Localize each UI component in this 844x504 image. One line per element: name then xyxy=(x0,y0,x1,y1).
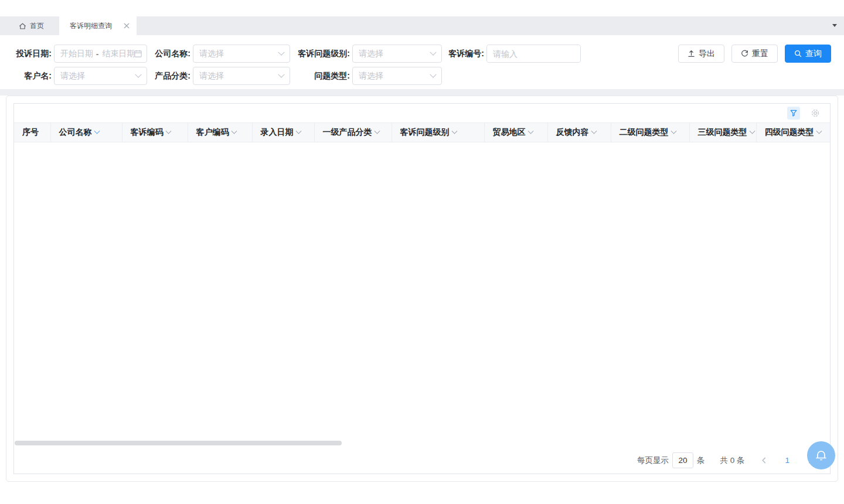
chevron-down-icon xyxy=(430,71,436,77)
table-toolbar xyxy=(14,104,830,122)
company-name-label: 公司名称: xyxy=(147,49,190,59)
column-header-issue-type-l2[interactable]: 二级问题类型 xyxy=(611,123,689,142)
reset-icon xyxy=(741,50,748,57)
table-empty-body xyxy=(14,142,830,447)
sort-caret[interactable] xyxy=(295,128,301,134)
per-page-label: 每页显示 xyxy=(637,455,669,466)
sort-caret[interactable] xyxy=(816,128,822,134)
product-category-select[interactable]: 请选择 xyxy=(193,67,290,85)
tab-overflow-caret[interactable] xyxy=(832,24,837,27)
chevron-down-icon xyxy=(278,71,284,77)
pagination-bar: 每页显示 条 共 0 条 1 xyxy=(14,447,830,474)
search-button[interactable]: 查询 xyxy=(785,45,831,63)
sort-caret[interactable] xyxy=(451,128,457,134)
table-container: 序号 公司名称 客诉编码 客户编码 录入日期 一级产品分类 客诉问题级别 贸易地… xyxy=(13,103,831,474)
prev-page-icon[interactable] xyxy=(761,457,767,464)
bell-icon xyxy=(814,448,828,462)
search-label: 查询 xyxy=(805,49,822,59)
notification-bell-button[interactable] xyxy=(807,441,835,469)
tab-active-label: 客诉明细查询 xyxy=(70,21,112,31)
sort-caret[interactable] xyxy=(94,128,100,134)
filter-row-1: 投诉日期: 开始日期 - 结束日期 公司名称: 请选择 客诉问题级别: 请选择 … xyxy=(0,45,831,63)
reset-button[interactable]: 重置 xyxy=(731,45,778,63)
company-name-select[interactable]: 请选择 xyxy=(193,45,290,63)
customer-name-select[interactable]: 请选择 xyxy=(54,67,147,85)
column-header-trade-region[interactable]: 贸易地区 xyxy=(484,123,547,142)
complaint-date-range-input[interactable]: 开始日期 - 结束日期 xyxy=(54,45,147,63)
sort-caret[interactable] xyxy=(165,128,171,134)
chevron-down-icon xyxy=(430,49,436,55)
date-range-separator: - xyxy=(96,49,99,59)
filter-panel: 投诉日期: 开始日期 - 结束日期 公司名称: 请选择 客诉问题级别: 请选择 … xyxy=(0,35,844,89)
issue-type-label: 问题类型: xyxy=(290,71,350,81)
sort-caret[interactable] xyxy=(374,128,380,134)
complaint-level-label: 客诉问题级别: xyxy=(290,49,350,59)
filter-row-2: 客户名: 请选择 产品分类: 请选择 问题类型: 请选择 xyxy=(0,67,831,85)
calendar-icon xyxy=(134,50,142,57)
page-gap-band xyxy=(0,89,844,96)
export-button[interactable]: 导出 xyxy=(678,45,724,63)
table-card: 序号 公司名称 客诉编码 客户编码 录入日期 一级产品分类 客诉问题级别 贸易地… xyxy=(6,96,838,482)
tab-home-label: 首页 xyxy=(30,21,44,31)
filter-icon[interactable] xyxy=(787,107,800,120)
close-icon[interactable] xyxy=(124,23,130,29)
table-header-wrap: 序号 公司名称 客诉编码 客户编码 录入日期 一级产品分类 客诉问题级别 贸易地… xyxy=(14,122,830,142)
column-header-product-category-l1[interactable]: 一级产品分类 xyxy=(314,123,392,142)
sort-caret[interactable] xyxy=(591,128,597,134)
column-header-company[interactable]: 公司名称 xyxy=(50,123,122,142)
column-header-complaint-code[interactable]: 客诉编码 xyxy=(122,123,188,142)
data-table: 序号 公司名称 客诉编码 客户编码 录入日期 一级产品分类 客诉问题级别 贸易地… xyxy=(14,122,830,142)
sort-caret[interactable] xyxy=(749,128,755,134)
gear-icon[interactable] xyxy=(809,107,822,120)
date-start-placeholder: 开始日期 xyxy=(60,49,93,59)
chevron-down-icon xyxy=(135,71,141,77)
complaint-level-select[interactable]: 请选择 xyxy=(352,45,442,63)
total-count-label: 共 0 条 xyxy=(720,455,744,466)
product-category-label: 产品分类: xyxy=(147,71,190,81)
complaint-date-label: 投诉日期: xyxy=(0,49,52,59)
customer-name-label: 客户名: xyxy=(0,71,52,81)
horizontal-scrollbar-thumb[interactable] xyxy=(15,441,342,445)
tab-complaint-query[interactable]: 客诉明细查询 xyxy=(59,16,137,35)
export-label: 导出 xyxy=(699,49,715,59)
date-end-placeholder: 结束日期 xyxy=(102,49,134,59)
filter-actions: 导出 重置 查询 xyxy=(678,45,831,63)
issue-type-select[interactable]: 请选择 xyxy=(352,67,442,85)
column-header-issue-type-l4[interactable]: 四级问题类型 xyxy=(756,123,830,142)
sort-caret[interactable] xyxy=(528,128,533,134)
sort-caret[interactable] xyxy=(671,128,676,134)
column-header-entry-date[interactable]: 录入日期 xyxy=(252,123,314,142)
tab-home[interactable]: 首页 xyxy=(11,16,52,35)
column-header-customer-code[interactable]: 客户编码 xyxy=(188,123,252,142)
complaint-no-field-wrap xyxy=(486,45,581,63)
complaint-no-input[interactable] xyxy=(487,45,580,62)
search-icon xyxy=(794,50,802,57)
per-page-input[interactable] xyxy=(672,452,693,468)
column-header-feedback[interactable]: 反馈内容 xyxy=(547,123,611,142)
column-header-issue-type-l3[interactable]: 三级问题类型 xyxy=(689,123,756,142)
per-page-unit: 条 xyxy=(697,455,705,466)
page-number-1[interactable]: 1 xyxy=(785,456,789,465)
table-header-row: 序号 公司名称 客诉编码 客户编码 录入日期 一级产品分类 客诉问题级别 贸易地… xyxy=(14,123,830,142)
home-icon xyxy=(19,22,26,30)
tab-bar: 首页 客诉明细查询 xyxy=(0,16,844,35)
complaint-no-label: 客诉编号: xyxy=(442,49,484,59)
column-header-complaint-level[interactable]: 客诉问题级别 xyxy=(392,123,484,142)
chevron-down-icon xyxy=(278,49,284,55)
column-header-index: 序号 xyxy=(14,123,50,142)
reset-label: 重置 xyxy=(752,49,768,59)
sort-caret[interactable] xyxy=(231,128,237,134)
export-icon xyxy=(688,50,695,57)
window-top-strip xyxy=(0,0,844,16)
